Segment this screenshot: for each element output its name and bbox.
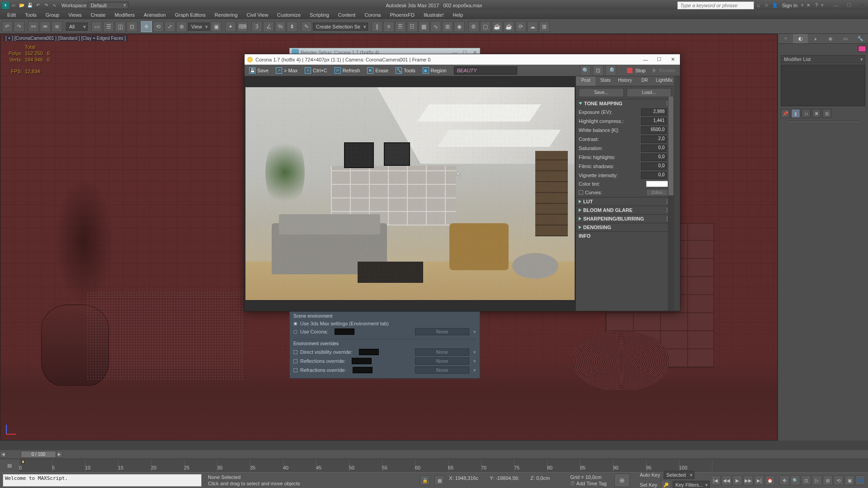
menu-content[interactable]: Content [334, 11, 360, 19]
menu-scripting[interactable]: Scripting [305, 11, 334, 19]
vfb-stop-button[interactable]: Stop [624, 66, 648, 75]
layers-button[interactable]: ☴ [395, 21, 406, 32]
undo-button[interactable]: ↶ [2, 21, 13, 32]
contrast-field[interactable]: 2,0 [641, 136, 666, 143]
render-online-button[interactable]: ☁ [527, 21, 538, 32]
vfb-title-bar[interactable]: Corona 1.7 (hotfix 4) | 724×407px (1:1) … [245, 54, 680, 65]
menu-corona[interactable]: Corona [360, 11, 385, 19]
render-iter-button[interactable]: ☕ [504, 21, 514, 32]
menu-tools[interactable]: Tools [20, 11, 41, 19]
select-name-button[interactable]: ☰ [103, 21, 114, 32]
new-icon[interactable]: ▱ [10, 2, 17, 9]
refcoord-combo[interactable]: View [188, 23, 210, 31]
scale-button[interactable]: ⤢ [165, 21, 175, 32]
time-config-button[interactable]: ⏰ [765, 475, 775, 485]
group-lut[interactable]: LUT [576, 197, 674, 206]
direct-map[interactable]: None [415, 348, 469, 356]
maximize-button[interactable]: ☐ [843, 1, 855, 10]
percent-snap-button[interactable]: % [275, 21, 286, 32]
group-bloom[interactable]: BLOOM AND GLARE [576, 206, 674, 214]
modifier-stack[interactable] [781, 65, 865, 106]
menu-modifiers[interactable]: Modifiers [110, 11, 139, 19]
autokey-button[interactable]: Auto Key [638, 472, 662, 478]
refl-override-check[interactable] [293, 359, 297, 363]
select-object-button[interactable]: ▭ [91, 21, 102, 32]
track-bar[interactable]: ▤ 05101520253035404550556065707580859095… [0, 459, 868, 472]
vfb-close-button[interactable]: ✕ [668, 56, 677, 62]
undo-icon[interactable]: ↶ [34, 2, 42, 9]
vfb-tools-button[interactable]: 🔧Tools [393, 66, 418, 75]
walk-button[interactable]: 👣 [855, 475, 865, 485]
align-button[interactable]: ≡ [383, 21, 394, 32]
cp-tab-utilities[interactable]: 🔧 [853, 34, 868, 43]
pin-stack-button[interactable]: 📌 [781, 109, 790, 118]
add-time-tag[interactable]: ⏱ Add Time Tag [570, 481, 611, 486]
menu-edit[interactable]: Edit [3, 11, 20, 19]
close-button[interactable]: ✕ [855, 1, 868, 10]
vfb-region-button[interactable]: ▣Region [420, 66, 449, 75]
menu-views[interactable]: Views [64, 11, 86, 19]
cp-tab-display[interactable]: ▭ [838, 34, 853, 43]
vfb-side-scrollbar[interactable] [668, 96, 674, 311]
filmic-highlights-field[interactable]: 0,0 [641, 154, 666, 161]
activeshade-button[interactable]: ⟳ [515, 21, 526, 32]
cp-tab-create[interactable]: ✧ [778, 34, 793, 43]
fov-button[interactable]: ▷ [812, 475, 822, 485]
keyboard-button[interactable]: ⌨ [237, 21, 248, 32]
curves-checkbox[interactable] [579, 190, 583, 195]
signin-label[interactable]: Sign In [779, 3, 800, 8]
viewport-label[interactable]: [ + ] [CoronaCamera001 ] [Standard ] [Cl… [3, 35, 128, 41]
coord-z[interactable]: Z: 0,0cm [530, 475, 566, 485]
vfb-zoomfit-button[interactable]: ⊡ [593, 65, 604, 76]
remove-mod-button[interactable]: ✖ [812, 109, 821, 118]
zoom-all-button[interactable]: ⊞ [823, 475, 833, 485]
exposure-field[interactable]: 2,988 [641, 108, 666, 116]
link-icon[interactable]: ∿ [51, 2, 58, 9]
vfb-settings-load[interactable]: Load... [627, 88, 672, 97]
bind-button[interactable]: ≋ [52, 21, 62, 32]
env-usecorona-radio[interactable] [293, 330, 297, 334]
unlink-button[interactable]: ⚮ [40, 21, 51, 32]
maxscript-listener[interactable]: Welcome to MAXScript. [3, 474, 202, 487]
vignette-field[interactable]: 0,0 [641, 172, 666, 179]
prev-frame-button[interactable]: ◀◀ [722, 475, 731, 485]
help-icon[interactable]: ? [813, 2, 820, 9]
vfb-pass-combo[interactable]: BEAUTY [454, 66, 517, 75]
spinner-snap-button[interactable]: ⬍ [287, 21, 297, 32]
star-icon[interactable]: ☆ [763, 2, 770, 9]
group-sharpen[interactable]: SHARPENING/BLURRING [576, 215, 674, 223]
coord-x[interactable]: X: 1948,316c [449, 475, 485, 485]
refr-map[interactable]: None [415, 366, 469, 374]
select-rect-button[interactable]: ◫ [115, 21, 126, 32]
object-color-swatch[interactable] [858, 46, 866, 52]
layer-explorer-button[interactable]: ☷ [407, 21, 418, 32]
manipulate-button[interactable]: ✦ [225, 21, 236, 32]
info-center-icon[interactable]: ⌂ [755, 2, 762, 9]
env-corona-color[interactable] [335, 328, 354, 335]
snap-button[interactable]: 3 [251, 21, 262, 32]
vfb-settings-save[interactable]: Save... [579, 88, 624, 97]
cp-tab-modify[interactable]: ◐ [793, 34, 808, 43]
absolute-relative-button[interactable]: ▦ [434, 475, 444, 485]
refr-override-check[interactable] [293, 368, 297, 372]
menu-phoenixfd[interactable]: PhoenixFD [385, 11, 419, 19]
make-unique-button[interactable]: ∪ [802, 109, 811, 118]
exchange-icon[interactable]: ✕ [805, 2, 812, 9]
refr-color[interactable] [353, 367, 373, 373]
key-filters[interactable]: Key Filters... [673, 481, 710, 488]
refl-color[interactable] [352, 358, 372, 364]
lock-selection-button[interactable]: 🔒 [420, 475, 430, 485]
setkey-button[interactable]: Set Key [638, 482, 659, 488]
cp-tab-motion[interactable]: ◉ [823, 34, 838, 43]
rendered-frame-button[interactable]: ▢ [480, 21, 491, 32]
render-presets-button[interactable]: ⊞ [539, 21, 550, 32]
goto-start-button[interactable]: |◀ [711, 475, 721, 485]
highlight-field[interactable]: 1,441 [641, 117, 666, 125]
menu-customize[interactable]: Customize [273, 11, 305, 19]
vfb-tab-post[interactable]: Post [576, 76, 595, 86]
group-denoise[interactable]: DENOISING [576, 223, 674, 231]
vfb-tab-stats[interactable]: Stats [595, 76, 615, 86]
menu-civilview[interactable]: Civil View [242, 11, 273, 19]
material-editor-button[interactable]: ◉ [454, 21, 465, 32]
menu-grapheditors[interactable]: Graph Editors [170, 11, 210, 19]
